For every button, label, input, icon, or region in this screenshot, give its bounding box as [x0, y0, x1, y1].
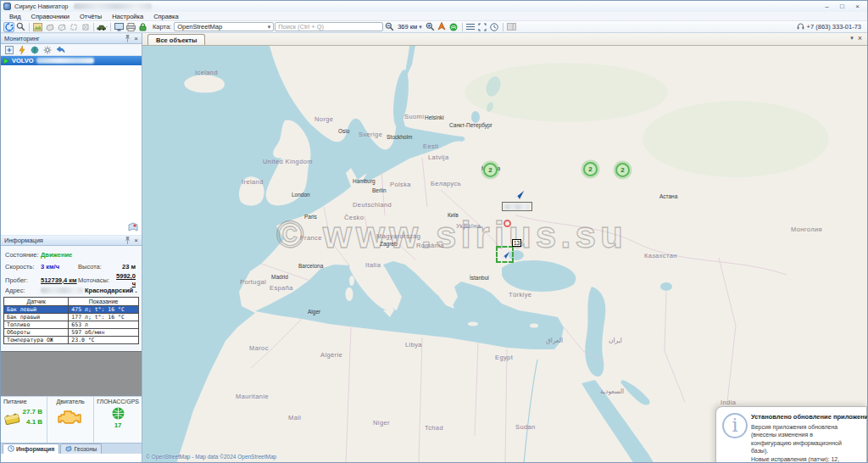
geozone-cut-button[interactable] — [68, 22, 79, 32]
traffic-icon[interactable] — [448, 22, 459, 32]
power-title: Питание — [3, 399, 44, 404]
update-notification: i Установлено обновление приложения × Ве… — [715, 406, 867, 462]
sensors-table: Датчик Показание Бак левый475 л; t°: 16 … — [3, 297, 139, 344]
gnss-title: ГЛОНАСС/GPS — [97, 399, 139, 404]
power-gauge: Питание 27.7 В 4.1 В — [1, 397, 47, 443]
panel-button[interactable] — [506, 22, 517, 32]
menu-item-2[interactable]: Отчёты — [75, 13, 107, 20]
scale-select[interactable]: 369 км ▾ — [396, 23, 424, 31]
geozone-icon — [65, 445, 72, 453]
sensor-row[interactable]: Бак правый177 л; t°: 16 °C — [4, 314, 139, 321]
engine-gauge: Двигатель — [47, 397, 94, 443]
gnss-globe-icon — [112, 407, 125, 420]
map-flag-icon[interactable] — [128, 222, 138, 233]
mileage-label: Пробег: — [5, 276, 41, 284]
hours-value[interactable]: 5992,0 ч — [112, 272, 137, 287]
cluster-marker[interactable]: 2 — [583, 162, 598, 176]
geozone-clear-button[interactable] — [80, 22, 91, 32]
history-clock-button[interactable] — [489, 22, 500, 32]
pin-icon[interactable] — [124, 236, 131, 245]
zoom-window-button[interactable] — [15, 22, 26, 32]
map-provider-select[interactable]: OpenStreetMap ▾ — [174, 22, 274, 31]
pin-icon[interactable] — [124, 34, 131, 43]
clock-icon — [8, 445, 14, 453]
vehicle-map-label — [502, 202, 532, 211]
tab-geozones[interactable]: Геозоны — [60, 443, 102, 454]
notification-line2: Новые исправления (патчи): 12, удалены: … — [751, 456, 839, 462]
sensors-table-wrap: Датчик Показание Бак левый475 л; t°: 16 … — [1, 296, 142, 351]
chevron-down-icon: ▾ — [268, 24, 271, 31]
minimize-button[interactable]: – — [820, 3, 834, 11]
vehicle-button[interactable] — [97, 22, 108, 32]
map-attribution[interactable]: © OpenStreetMap - Map data ©2024 OpenStr… — [146, 454, 276, 460]
menu-item-1[interactable]: Справочники — [26, 13, 75, 20]
toolbar-separator — [93, 23, 94, 31]
notification-line1: Версия приложения обновлена (внесены изм… — [751, 424, 842, 454]
tab-information[interactable]: Информация — [3, 443, 59, 454]
toolbar-separator — [110, 23, 111, 31]
objects-list-button[interactable] — [465, 22, 476, 32]
zoom-out-button[interactable] — [384, 22, 395, 32]
scale-value: 369 км — [398, 23, 417, 31]
add-object-button[interactable] — [4, 45, 14, 54]
speed-label: Скорость: — [5, 263, 41, 271]
close-icon[interactable]: × — [134, 237, 138, 244]
maximize-button[interactable]: □ — [835, 3, 849, 11]
mileage-value[interactable]: 512739,4 км — [41, 276, 78, 284]
sensor-row[interactable]: Топливо653 л — [4, 321, 139, 329]
map-canvas[interactable]: © www.sirius.su IcelandNorgeOsloSverigeS… — [142, 46, 867, 462]
hours-label: Моточасы: — [78, 276, 112, 284]
chevron-down-icon: ▾ — [419, 24, 422, 31]
web-button[interactable] — [30, 45, 40, 54]
sidebar: Мониторинг × VOLVO — [1, 33, 142, 462]
engine-title: Двигатель — [50, 399, 91, 404]
events-button[interactable] — [17, 45, 27, 54]
map-pane: Все объекты ▾ × — [142, 33, 867, 462]
chevron-down-icon[interactable]: ▾ — [850, 35, 854, 42]
info-panel-title: Информация — [4, 237, 43, 244]
monitoring-panel-title: Мониторинг — [4, 35, 40, 42]
destination-point-marker — [504, 220, 511, 227]
image-button[interactable] — [32, 22, 43, 32]
address-label: Адрес: — [5, 287, 41, 294]
geozone-edit-button[interactable] — [56, 22, 67, 32]
vehicle-list-item[interactable]: VOLVO — [1, 56, 142, 65]
status-gauges: Питание 27.7 В 4.1 В Двигатель ГЛОНАСС/G… — [1, 396, 142, 443]
cluster-marker[interactable]: 2 — [483, 163, 498, 177]
settings-button[interactable] — [42, 45, 53, 54]
toolbar-separator — [462, 23, 463, 31]
close-icon[interactable]: × — [134, 36, 138, 42]
monitoring-panel-header: Мониторинг × — [1, 33, 142, 44]
zoom-in-button[interactable] — [425, 22, 436, 32]
selected-vehicle-marker[interactable] — [496, 246, 514, 263]
vehicle-name: VOLVO — [12, 57, 34, 64]
screen-button[interactable] — [114, 22, 125, 32]
app-logo-icon — [3, 3, 11, 10]
fullscreen-button[interactable] — [477, 22, 488, 32]
tags-button[interactable] — [55, 45, 65, 54]
close-button[interactable]: × — [850, 3, 865, 11]
menu-item-3[interactable]: Настройка — [107, 13, 148, 20]
sidebar-bottom-tabs: ИнформацияГеозоны — [1, 443, 142, 454]
map-tab-all-objects[interactable]: Все объекты — [147, 34, 205, 45]
close-icon[interactable]: × — [858, 413, 862, 421]
vehicle-arrow-marker[interactable] — [512, 188, 526, 202]
menu-item-4[interactable]: Справка — [148, 13, 183, 20]
sensor-row[interactable]: Температура ОЖ23.0 °C — [4, 337, 139, 344]
sensor-row[interactable]: Бак левый475 л; t°: 16 °C — [4, 306, 139, 314]
selected-object-tag: 13 — [512, 239, 521, 247]
printer-button[interactable] — [125, 22, 136, 32]
voltage-main: 27.7 В — [23, 407, 43, 417]
geozone-add-button[interactable] — [44, 22, 55, 32]
search-input[interactable] — [275, 22, 383, 31]
lock-button[interactable] — [137, 22, 148, 32]
sensor-row[interactable]: Обороты597 об/мин — [4, 329, 139, 337]
cluster-marker[interactable]: 2 — [615, 163, 630, 177]
menu-item-0[interactable]: Вид — [4, 13, 26, 20]
tracking-arrow-icon[interactable] — [437, 22, 448, 32]
sensor-chart-area — [1, 351, 142, 396]
close-icon[interactable]: × — [858, 34, 862, 42]
redacted-title-text — [74, 3, 152, 9]
state-value: Движение — [41, 251, 137, 259]
refresh-button[interactable] — [3, 22, 14, 32]
